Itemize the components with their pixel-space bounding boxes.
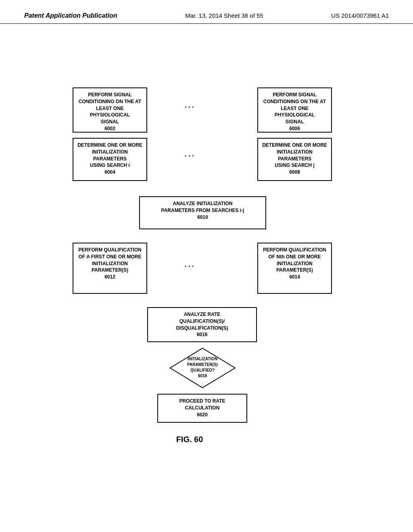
header-date-sheet: Mar. 13, 2014 Sheet 38 of 55 — [185, 12, 263, 19]
svg-text:PARAMETER(S): PARAMETER(S) — [187, 362, 218, 367]
dots-bottom: ··· — [185, 262, 196, 271]
box-6008: DETERMINE ONE OR MORE INITIALIZATION PAR… — [257, 138, 332, 181]
flow-arrows: 6000 NO — [0, 24, 413, 40]
svg-text:QUALIFIED?: QUALIFIED? — [190, 368, 215, 372]
box-6002: PERFORM SIGNAL CONDITIONING ON THE AT LE… — [73, 87, 147, 133]
box-6010: ANALYZE INITIALIZATION PARAMETERS FROM S… — [139, 196, 266, 229]
box-6012: PERFORM QUALIFICATION OF A FIRST ONE OR … — [73, 243, 147, 294]
header-publication-label: Patent Application Publication — [24, 12, 117, 19]
dots-middle: ··· — [185, 152, 196, 160]
box-6016: ANALYZE RATE QUALIFICATION(S)/ DISQUALIF… — [147, 307, 257, 342]
figure-label: FIG. 60 — [149, 435, 230, 444]
box-6020: PROCEED TO RATE CALCULATION 6020 — [157, 394, 247, 423]
dots-top: ··· — [185, 103, 196, 112]
header-patent-number: US 2014/0073961 A1 — [331, 12, 389, 19]
diamond-6018: INITIALIZATION PARAMETER(S) QUALIFIED? 6… — [169, 347, 236, 389]
page-header: Patent Application Publication Mar. 13, … — [0, 0, 413, 24]
box-6004: DETERMINE ONE OR MORE INITIALIZATION PAR… — [73, 138, 147, 181]
box-6006: PERFORM SIGNAL CONDITIONING ON THE AT LE… — [257, 87, 332, 133]
diagram-area: 6000 NO — [0, 24, 413, 40]
svg-text:INITIALIZATION: INITIALIZATION — [188, 357, 217, 361]
box-6014: PERFORM QUALIFICATION OF Nth ONE OR MORE… — [257, 243, 332, 294]
svg-text:6018: 6018 — [198, 374, 207, 378]
